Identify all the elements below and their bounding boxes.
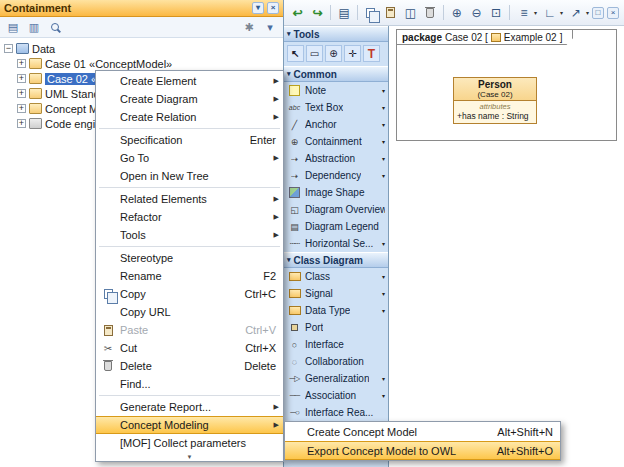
scroll-down-icon[interactable] [96, 452, 283, 461]
palette-item-containment[interactable]: Containment [284, 133, 388, 150]
palette-item-note[interactable]: Note [284, 82, 388, 99]
chevron-down-icon[interactable] [382, 273, 385, 280]
paste-button[interactable] [382, 4, 400, 22]
chevron-down-icon[interactable] [382, 290, 385, 297]
palette-item-diagram-legend[interactable]: Diagram Legend [284, 218, 388, 235]
arrow-style-dropdown[interactable] [566, 4, 590, 22]
zoom-out-icon[interactable] [468, 4, 486, 22]
menu-item-related-elements[interactable]: Related Elements [96, 190, 283, 208]
chevron-down-icon[interactable] [382, 375, 385, 382]
palette-item-port[interactable]: Port [284, 319, 388, 336]
palette-item-abstraction[interactable]: Abstraction [284, 150, 388, 167]
chevron-down-icon[interactable] [262, 19, 278, 35]
palette-item-dependency[interactable]: Dependency [284, 167, 388, 184]
menu-item-open-in-new-tree[interactable]: Open in New Tree [96, 167, 283, 185]
tree-node-data[interactable]: Data [0, 41, 283, 56]
chevron-down-icon[interactable] [382, 240, 385, 247]
forward-icon[interactable] [309, 4, 327, 22]
selection-tool-icon[interactable] [287, 45, 304, 62]
zoom-fit-icon[interactable] [487, 4, 505, 22]
clipboard-icon[interactable] [401, 4, 419, 22]
menu-item-create-concept-model[interactable]: Create Concept Model Alt+Shift+N [285, 422, 560, 441]
chevron-down-icon[interactable] [382, 392, 385, 399]
lasso-tool-icon[interactable] [306, 45, 323, 62]
palette-item-collaboration[interactable]: Collaboration [284, 353, 388, 370]
palette-item-diagram-overview[interactable]: Diagram Overview [284, 201, 388, 218]
palette-item-label: Data Type [305, 305, 350, 316]
menu-item-delete[interactable]: Delete Delete [96, 357, 283, 375]
menu-item-concept-modeling[interactable]: Concept Modeling [96, 416, 283, 434]
menu-item-copy[interactable]: Copy Ctrl+C [96, 285, 283, 303]
chevron-down-icon[interactable] [382, 155, 385, 162]
menu-item-stereotype[interactable]: Stereotype [96, 249, 283, 267]
minimize-panel-icon[interactable] [252, 2, 264, 14]
chevron-down-icon[interactable] [382, 121, 385, 128]
collapse-expander-icon[interactable] [4, 44, 13, 53]
gear-icon[interactable] [241, 19, 257, 35]
back-icon[interactable] [289, 4, 307, 22]
expand-expander-icon[interactable] [17, 74, 26, 83]
collapse-all-icon[interactable] [5, 19, 21, 35]
close-window-icon[interactable] [607, 7, 619, 19]
menu-item-create-relation[interactable]: Create Relation [96, 108, 283, 126]
containment-tree-icon[interactable] [335, 4, 353, 22]
palette-item-image-shape[interactable]: Image Shape [284, 184, 388, 201]
menu-item-find[interactable]: Find... [96, 375, 283, 393]
search-button[interactable] [47, 19, 63, 35]
palette-item-data-type[interactable]: Data Type [284, 302, 388, 319]
class-shape-person[interactable]: Person (Case 02) attributes +has name : … [453, 77, 537, 124]
close-panel-icon[interactable] [267, 2, 279, 14]
interface-realization-icon [287, 408, 302, 417]
float-window-icon[interactable] [592, 7, 604, 19]
expand-expander-icon[interactable] [17, 104, 26, 113]
diagram-canvas[interactable]: package Case 02 [ Example 02 ] Person (C… [389, 26, 624, 467]
text-tool-icon[interactable] [363, 45, 380, 62]
expand-expander-icon[interactable] [17, 59, 26, 68]
menu-item-generate-report[interactable]: Generate Report... [96, 398, 283, 416]
delete-button[interactable] [421, 4, 439, 22]
tools-grid [284, 42, 388, 66]
palette-item-signal[interactable]: Signal [284, 285, 388, 302]
menu-item-paste[interactable]: Paste Ctrl+V [96, 321, 283, 339]
route-dropdown[interactable] [540, 4, 564, 22]
tree-node-case-01[interactable]: Case 01 «ConceptModel» [0, 56, 283, 71]
palette-section-common[interactable]: Common [284, 66, 388, 82]
palette-item-horizontal-separator[interactable]: Horizontal Se... [284, 235, 388, 252]
collapse-section-icon [287, 256, 291, 264]
chevron-down-icon[interactable] [382, 87, 385, 94]
palette-item-generalization[interactable]: Generalization [284, 370, 388, 387]
menu-item-tools[interactable]: Tools [96, 226, 283, 244]
menu-item-refactor[interactable]: Refactor [96, 208, 283, 226]
palette-section-tools[interactable]: Tools [284, 26, 388, 42]
expand-expander-icon[interactable] [17, 89, 26, 98]
palette-item-association[interactable]: Association [284, 387, 388, 404]
menu-item-go-to[interactable]: Go To [96, 149, 283, 167]
palette-item-interface-realization[interactable]: Interface Rea... [284, 404, 388, 421]
zoom-tool-icon[interactable] [325, 45, 342, 62]
palette-section-class-diagram[interactable]: Class Diagram [284, 252, 388, 268]
expand-expander-icon[interactable] [17, 119, 26, 128]
menu-item-copy-url[interactable]: Copy URL [96, 303, 283, 321]
menu-item-create-element[interactable]: Create Element [96, 72, 283, 90]
chevron-down-icon[interactable] [382, 138, 385, 145]
chevron-down-icon[interactable] [382, 104, 385, 111]
palette-item-class[interactable]: Class [284, 268, 388, 285]
tree-filter-icon[interactable] [26, 19, 42, 35]
copy-button[interactable] [362, 4, 380, 22]
menu-separator [99, 128, 280, 129]
chevron-down-icon[interactable] [382, 307, 385, 314]
menu-item-cut[interactable]: Cut Ctrl+X [96, 339, 283, 357]
chevron-down-icon[interactable] [382, 172, 385, 179]
pan-tool-icon[interactable] [344, 45, 361, 62]
palette-item-text-box[interactable]: Text Box [284, 99, 388, 116]
menu-item-mof-collect-parameters[interactable]: [MOF] Collect parameters [96, 434, 283, 452]
menu-item-rename[interactable]: Rename F2 [96, 267, 283, 285]
menu-item-specification[interactable]: Specification Enter [96, 131, 283, 149]
palette-item-anchor[interactable]: Anchor [284, 116, 388, 133]
palette-item-interface[interactable]: Interface [284, 336, 388, 353]
menu-item-export-concept-model-to-owl[interactable]: Export Concept Model to OWL Alt+Shift+O [285, 441, 560, 460]
align-dropdown[interactable] [514, 4, 538, 22]
panel-title: Containment [4, 2, 71, 14]
menu-item-create-diagram[interactable]: Create Diagram [96, 90, 283, 108]
zoom-in-icon[interactable] [448, 4, 466, 22]
